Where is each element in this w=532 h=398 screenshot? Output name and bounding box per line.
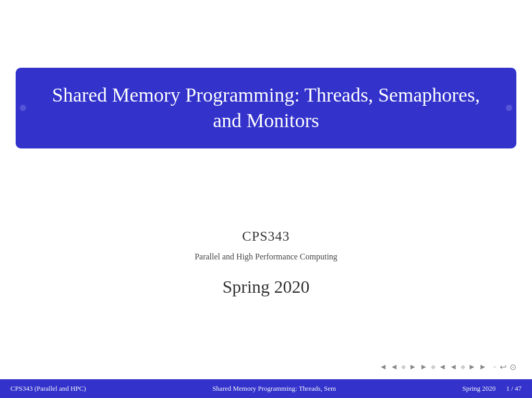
page-total: 47 [515, 384, 522, 392]
nav-sep3: ◆ [461, 363, 465, 371]
nav-icons-area: ◄ ◄ ◆ ► ► ◆ ◄ ◄ ◆ ► ► ≡ ↩ ⊙ [379, 362, 516, 372]
nav-sep1: ◆ [401, 363, 406, 371]
bottom-center-text: Shared Memory Programming: Threads, Sem [212, 384, 336, 393]
nav-right-icon[interactable]: ► [409, 363, 417, 371]
bottom-right-area: Spring 2020 1 / 47 [462, 384, 522, 393]
nav-undo-icon[interactable]: ↩ [500, 362, 506, 372]
page-indicator: 1 / 47 [506, 384, 522, 393]
nav-search-icon[interactable]: ⊙ [510, 362, 516, 372]
nav-sep4: ≡ [493, 363, 497, 371]
slide-container: Shared Memory Programming: Threads, Sema… [0, 0, 532, 398]
top-space [0, 0, 532, 68]
nav-left3-icon[interactable]: ◄ [439, 363, 446, 371]
nav-sep2: ◆ [431, 363, 436, 371]
course-name: Parallel and High Performance Computing [195, 252, 337, 262]
nav-left2-icon[interactable]: ◄ [390, 363, 398, 371]
course-code: CPS343 [242, 229, 289, 244]
title-line2: and Monitors [213, 109, 319, 131]
page-sep: / [511, 384, 515, 392]
slide-title: Shared Memory Programming: Threads, Sema… [42, 82, 490, 134]
main-content: CPS343 Parallel and High Performance Com… [0, 148, 532, 398]
bottom-left-text: CPS343 (Parallel and HPC) [10, 384, 86, 393]
title-banner: Shared Memory Programming: Threads, Sema… [16, 68, 516, 148]
bottom-right-semester: Spring 2020 [462, 384, 495, 393]
nav-right2-icon[interactable]: ► [420, 363, 428, 371]
nav-left4-icon[interactable]: ◄ [450, 363, 457, 371]
semester: Spring 2020 [222, 277, 309, 297]
bottom-bar: CPS343 (Parallel and HPC) Shared Memory … [0, 379, 532, 398]
nav-left-icon[interactable]: ◄ [379, 363, 387, 371]
page-current: 1 [506, 384, 510, 392]
nav-right4-icon[interactable]: ► [479, 363, 487, 371]
title-line1: Shared Memory Programming: Threads, Sema… [52, 84, 480, 106]
nav-right3-icon[interactable]: ► [468, 363, 476, 371]
